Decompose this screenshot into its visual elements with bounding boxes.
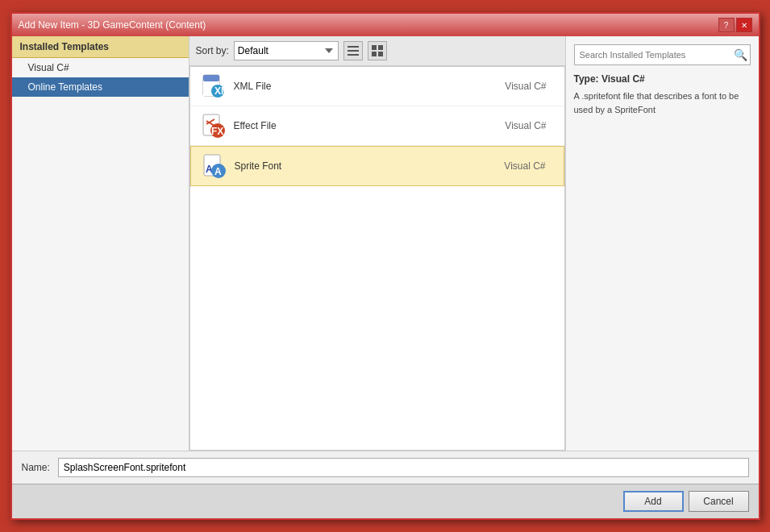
- xml-file-icon: XML: [200, 73, 226, 99]
- help-button[interactable]: ?: [718, 18, 735, 32]
- search-input[interactable]: [574, 44, 751, 65]
- svg-rect-0: [348, 46, 359, 48]
- template-item-sprite[interactable]: A A Sprite Font Visual C#: [190, 146, 564, 186]
- sprite-font-lang: Visual C#: [504, 160, 553, 172]
- add-button[interactable]: Add: [623, 491, 684, 512]
- title-bar: Add New Item - 3D GameContent (Content) …: [12, 14, 759, 36]
- svg-rect-3: [372, 45, 377, 50]
- search-button[interactable]: 🔍: [734, 48, 747, 61]
- type-label-text: Type:: [574, 73, 599, 85]
- svg-text:XML: XML: [214, 85, 226, 97]
- svg-rect-2: [348, 54, 359, 56]
- bottom-bar: Name:: [12, 451, 759, 484]
- name-input[interactable]: [58, 458, 749, 477]
- installed-templates-header: Installed Templates: [12, 36, 189, 58]
- effect-file-lang: Visual C#: [505, 120, 554, 131]
- cancel-button[interactable]: Cancel: [689, 491, 749, 512]
- close-button[interactable]: ✕: [736, 18, 752, 32]
- svg-text:FX: FX: [211, 126, 223, 137]
- right-panel: 🔍 Type: Visual C# A .spritefont file tha…: [565, 36, 759, 451]
- svg-rect-5: [372, 52, 377, 56]
- main-panel: Sort by: Default Name Type: [189, 36, 565, 451]
- template-item-xml[interactable]: XML XML File Visual C#: [190, 67, 564, 106]
- content-area: Installed Templates Visual C# Online Tem…: [12, 36, 759, 451]
- sidebar-item-visual-csharp[interactable]: Visual C#: [12, 58, 189, 77]
- type-value-text: Visual C#: [601, 73, 645, 85]
- title-bar-buttons: ? ✕: [718, 18, 752, 32]
- left-panel: Installed Templates Visual C# Online Tem…: [12, 36, 189, 451]
- xml-file-name: XML File: [234, 81, 506, 92]
- list-view-button[interactable]: [343, 41, 363, 60]
- svg-rect-8: [203, 75, 219, 81]
- svg-rect-1: [348, 50, 359, 52]
- effect-file-icon: FX: [200, 113, 226, 139]
- description-text: A .spritefont file that describes a font…: [574, 89, 751, 116]
- search-box: 🔍: [574, 44, 751, 65]
- sort-label: Sort by:: [196, 45, 229, 56]
- type-row: Type: Visual C#: [574, 73, 751, 85]
- template-item-effect[interactable]: FX Effect File Visual C#: [190, 106, 564, 146]
- name-label: Name:: [22, 462, 50, 473]
- grid-view-button[interactable]: [368, 41, 387, 60]
- window-title: Add New Item - 3D GameContent (Content): [19, 19, 206, 31]
- sidebar-item-online-templates[interactable]: Online Templates: [12, 77, 189, 97]
- svg-text:A: A: [214, 166, 222, 177]
- template-list: XML XML File Visual C# FX: [189, 66, 565, 451]
- sort-select[interactable]: Default Name Type: [234, 41, 339, 60]
- svg-rect-4: [378, 45, 383, 50]
- sprite-font-icon: A A: [201, 153, 227, 179]
- svg-rect-6: [378, 52, 383, 56]
- sprite-font-name: Sprite Font: [235, 160, 505, 172]
- dialog-window: Add New Item - 3D GameContent (Content) …: [10, 12, 760, 520]
- effect-file-name: Effect File: [234, 120, 506, 131]
- toolbar: Sort by: Default Name Type: [189, 36, 565, 66]
- xml-file-lang: Visual C#: [505, 81, 554, 92]
- footer-buttons: Add Cancel: [12, 484, 759, 518]
